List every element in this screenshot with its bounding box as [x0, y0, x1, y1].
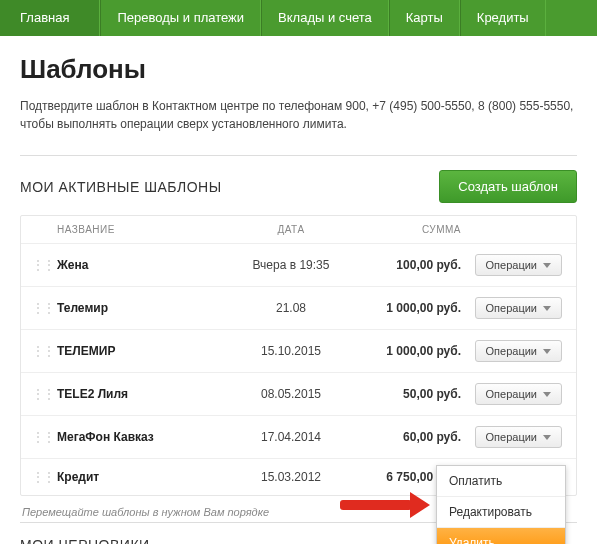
chevron-down-icon — [543, 435, 551, 440]
chevron-down-icon — [543, 349, 551, 354]
chevron-down-icon — [543, 263, 551, 268]
row-sum: 1 000,00 руб. — [351, 344, 461, 358]
table-row: ⋮⋮ TELE2 Лиля 08.05.2015 50,00 руб. Опер… — [21, 372, 576, 415]
row-date: 15.10.2015 — [231, 344, 351, 358]
page-description: Подтвердите шаблон в Контактном центре п… — [20, 97, 577, 133]
drag-handle-icon[interactable]: ⋮⋮ — [31, 343, 51, 359]
templates-table: НАЗВАНИЕ ДАТА СУММА ⋮⋮ Жена Вчера в 19:3… — [20, 215, 577, 496]
row-name: Кредит — [51, 470, 231, 484]
table-header: НАЗВАНИЕ ДАТА СУММА — [21, 216, 576, 243]
section-title-active: МОИ АКТИВНЫЕ ШАБЛОНЫ — [20, 179, 222, 195]
row-sum: 100,00 руб. — [351, 258, 461, 272]
dropdown-edit[interactable]: Редактировать — [437, 497, 565, 528]
row-sum: 60,00 руб. — [351, 430, 461, 444]
main-nav: Главная Переводы и платежи Вклады и счет… — [0, 0, 597, 36]
drag-handle-icon[interactable]: ⋮⋮ — [31, 386, 51, 402]
nav-deposits[interactable]: Вклады и счета — [261, 0, 389, 36]
row-date: 17.04.2014 — [231, 430, 351, 444]
nav-main[interactable]: Главная — [0, 0, 100, 36]
table-row: ⋮⋮ Жена Вчера в 19:35 100,00 руб. Операц… — [21, 243, 576, 286]
row-name: TELE2 Лиля — [51, 387, 231, 401]
table-row: ⋮⋮ Телемир 21.08 1 000,00 руб. Операции — [21, 286, 576, 329]
row-name: МегаФон Кавказ — [51, 430, 231, 444]
drag-handle-icon[interactable]: ⋮⋮ — [31, 257, 51, 273]
drag-handle-icon[interactable]: ⋮⋮ — [31, 429, 51, 445]
operations-button[interactable]: Операции — [475, 254, 562, 276]
operations-button[interactable]: Операции — [475, 426, 562, 448]
operations-button[interactable]: Операции — [475, 340, 562, 362]
nav-transfers[interactable]: Переводы и платежи — [100, 0, 261, 36]
row-date: Вчера в 19:35 — [231, 258, 351, 272]
col-header-sum: СУММА — [351, 224, 461, 235]
chevron-down-icon — [543, 392, 551, 397]
table-row: ⋮⋮ ТЕЛЕМИР 15.10.2015 1 000,00 руб. Опер… — [21, 329, 576, 372]
col-header-date: ДАТА — [231, 224, 351, 235]
dropdown-delete[interactable]: Удалить — [437, 528, 565, 544]
row-name: Жена — [51, 258, 231, 272]
page-title: Шаблоны — [20, 54, 577, 85]
row-sum: 50,00 руб. — [351, 387, 461, 401]
nav-cards[interactable]: Карты — [389, 0, 460, 36]
drag-handle-icon[interactable]: ⋮⋮ — [31, 300, 51, 316]
col-header-name: НАЗВАНИЕ — [51, 224, 231, 235]
operations-button[interactable]: Операции — [475, 297, 562, 319]
chevron-down-icon — [543, 306, 551, 311]
table-row: ⋮⋮ МегаФон Кавказ 17.04.2014 60,00 руб. … — [21, 415, 576, 458]
row-date: 15.03.2012 — [231, 470, 351, 484]
create-template-button[interactable]: Создать шаблон — [439, 170, 577, 203]
nav-credits[interactable]: Кредиты — [460, 0, 546, 36]
row-date: 08.05.2015 — [231, 387, 351, 401]
row-name: ТЕЛЕМИР — [51, 344, 231, 358]
table-row: ⋮⋮ Кредит 15.03.2012 6 750,00 руб. Оплат… — [21, 458, 576, 495]
dropdown-pay[interactable]: Оплатить — [437, 466, 565, 497]
operations-dropdown: Оплатить Редактировать Удалить — [436, 465, 566, 544]
operations-button[interactable]: Операции — [475, 383, 562, 405]
row-sum: 1 000,00 руб. — [351, 301, 461, 315]
drag-handle-icon[interactable]: ⋮⋮ — [31, 469, 51, 485]
row-date: 21.08 — [231, 301, 351, 315]
row-name: Телемир — [51, 301, 231, 315]
